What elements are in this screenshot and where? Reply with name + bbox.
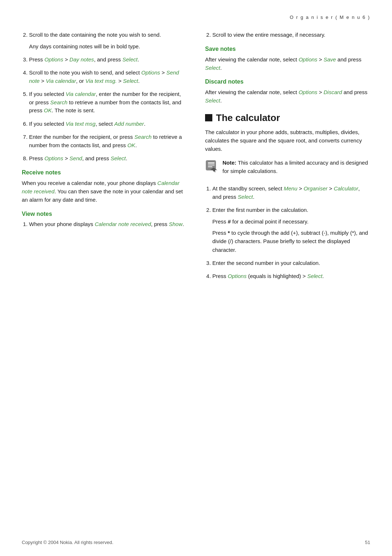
via-calendar-link-5: Via calendar bbox=[66, 91, 96, 97]
select-save-link: Select bbox=[205, 65, 220, 71]
send-link-8: Send bbox=[69, 155, 82, 161]
copyright-text: Copyright © 2004 Nokia. All rights reser… bbox=[22, 540, 113, 545]
page-footer: Copyright © 2004 Nokia. All rights reser… bbox=[22, 540, 370, 545]
view-notes-item-1: When your phone displays Calendar note r… bbox=[29, 220, 187, 229]
select-discard-link: Select bbox=[205, 97, 220, 104]
calculator-item-4: Press Options (equals is highlighted) > … bbox=[212, 272, 370, 281]
save-notes-text: After viewing the calendar note, select … bbox=[205, 55, 370, 72]
note-bold: Note: bbox=[222, 160, 236, 166]
page-container: O r g a n i s e r ( M e n u 6 ) Scroll t… bbox=[0, 0, 392, 556]
left-list: Scroll to the date containing the note y… bbox=[22, 31, 187, 163]
add-number-link: Add number bbox=[114, 121, 144, 127]
page-number: 51 bbox=[365, 540, 370, 545]
list-item-2-text: Scroll to the date containing the note y… bbox=[29, 32, 161, 38]
calculator-item-4-text: Press Options (equals is highlighted) > … bbox=[212, 273, 324, 279]
star-bold: * bbox=[228, 230, 230, 236]
options-discard-link: Options bbox=[299, 89, 318, 95]
svg-rect-1 bbox=[208, 162, 215, 164]
note-box: Note: This calculator has a limited accu… bbox=[205, 159, 370, 179]
options-calc-link: Options bbox=[228, 273, 247, 279]
calendar-note-received-link: Calendar note received bbox=[22, 180, 179, 194]
right-view-notes-item-2: Scroll to view the entire message, if ne… bbox=[212, 31, 370, 39]
list-item-5: If you selected Via calendar, enter the … bbox=[29, 90, 187, 115]
via-text-msg-link: Via text msg. bbox=[85, 78, 117, 84]
note-text: Note: This calculator has a limited accu… bbox=[222, 159, 370, 175]
select-link-8: Select bbox=[111, 155, 126, 161]
right-view-notes-item-2-text: Scroll to view the entire message, if ne… bbox=[212, 32, 326, 38]
list-item-3-text: Press Options > Day notes, and press Sel… bbox=[29, 56, 139, 63]
calculator-item-2: Enter the first number in the calculatio… bbox=[212, 206, 370, 254]
calculator-item-1-text: At the standby screen, select Menu > Org… bbox=[212, 185, 360, 200]
note-icon bbox=[205, 160, 218, 173]
search-link-7: Search bbox=[134, 134, 152, 140]
ok-link-5: OK bbox=[44, 107, 52, 113]
calculator-heading-container: The calculator bbox=[205, 112, 370, 124]
via-calendar-link-4: Via calendar bbox=[46, 78, 76, 84]
discard-notes-section: Discard notes After viewing the calendar… bbox=[205, 78, 370, 105]
discard-notes-text: After viewing the calendar note, select … bbox=[205, 88, 370, 105]
calc-note-2: Press * to cycle through the add (+), su… bbox=[212, 229, 370, 254]
select-calc-link: Select bbox=[238, 194, 253, 200]
header-title: O r g a n i s e r ( M e n u 6 ) bbox=[290, 15, 370, 20]
select-link-4: Select bbox=[123, 78, 138, 84]
list-item-5-text: If you selected Via calendar, enter the … bbox=[29, 91, 181, 113]
list-item-4-text: Scroll to the note you wish to send, and… bbox=[29, 69, 179, 84]
view-notes-item-1-text: When your phone displays Calendar note r… bbox=[29, 221, 184, 227]
list-item-7-text: Enter the number for the recipient, or p… bbox=[29, 134, 182, 148]
right-column: Scroll to view the entire message, if ne… bbox=[205, 31, 370, 286]
day-notes-link: Day notes bbox=[69, 56, 94, 63]
list-item-8-text: Press Options > Send, and press Select. bbox=[29, 155, 127, 161]
show-link: Show bbox=[169, 221, 183, 227]
list-item-4: Scroll to the note you wish to send, and… bbox=[29, 69, 187, 85]
receive-notes-text: When you receive a calendar note, your p… bbox=[22, 179, 187, 204]
save-notes-section: Save notes After viewing the calendar no… bbox=[205, 46, 370, 72]
two-column-layout: Scroll to the date containing the note y… bbox=[22, 31, 370, 286]
view-notes-list: When your phone displays Calendar note r… bbox=[22, 220, 187, 229]
view-notes-section: View notes When your phone displays Cale… bbox=[22, 211, 187, 229]
discard-notes-heading: Discard notes bbox=[205, 78, 370, 85]
ok-link-7: OK bbox=[127, 142, 135, 148]
calculator-heading: The calculator bbox=[216, 112, 280, 124]
receive-notes-heading: Receive notes bbox=[22, 169, 187, 176]
options-link-8: Options bbox=[45, 155, 64, 161]
via-text-msg-link-6: Via text msg bbox=[66, 121, 95, 127]
calendar-note-received-link-2: Calendar note received bbox=[95, 221, 151, 227]
hash-bold: # bbox=[228, 218, 231, 225]
calculator-item-1: At the standby screen, select Menu > Org… bbox=[212, 185, 370, 201]
calculator-link: Calculator bbox=[334, 185, 358, 192]
options-link-4: Options bbox=[141, 69, 160, 76]
organiser-link: Organiser bbox=[303, 185, 327, 192]
list-item-3: Press Options > Day notes, and press Sel… bbox=[29, 56, 187, 64]
calculator-item-2-text: Enter the first number in the calculatio… bbox=[212, 207, 308, 213]
calculator-item-3-text: Enter the second number in your calculat… bbox=[212, 260, 320, 266]
svg-rect-3 bbox=[208, 166, 212, 167]
search-link-5: Search bbox=[50, 99, 68, 105]
menu-link: Menu bbox=[284, 185, 298, 192]
calc-note-1: Press # for a decimal point if necessary… bbox=[212, 217, 370, 226]
calculator-intro: The calculator in your phone adds, subtr… bbox=[205, 128, 370, 153]
list-item-8: Press Options > Send, and press Select. bbox=[29, 154, 187, 163]
calculator-list: At the standby screen, select Menu > Org… bbox=[205, 185, 370, 281]
view-notes-heading: View notes bbox=[22, 211, 187, 217]
calculator-item-3: Enter the second number in your calculat… bbox=[212, 259, 370, 267]
save-link: Save bbox=[323, 56, 336, 63]
square-icon bbox=[205, 114, 212, 121]
save-notes-heading: Save notes bbox=[205, 46, 370, 52]
page-header: O r g a n i s e r ( M e n u 6 ) bbox=[22, 15, 370, 20]
options-save-link: Options bbox=[299, 56, 318, 63]
select-link-3: Select bbox=[122, 56, 138, 63]
list-item-6-text: If you selected Via text msg, select Add… bbox=[29, 121, 146, 127]
receive-notes-section: Receive notes When you receive a calenda… bbox=[22, 169, 187, 204]
left-column: Scroll to the date containing the note y… bbox=[22, 31, 187, 286]
list-item-2-note: Any days containing notes will be in bol… bbox=[29, 42, 187, 51]
list-item-6: If you selected Via text msg, select Add… bbox=[29, 120, 187, 128]
svg-rect-2 bbox=[208, 165, 215, 165]
right-view-notes-list: Scroll to view the entire message, if ne… bbox=[205, 31, 370, 39]
discard-link: Discard bbox=[323, 89, 342, 95]
options-link-3: Options bbox=[45, 56, 64, 63]
list-item-2: Scroll to the date containing the note y… bbox=[29, 31, 187, 51]
list-item-7: Enter the number for the recipient, or p… bbox=[29, 133, 187, 149]
select-final-link: Select bbox=[307, 273, 322, 279]
